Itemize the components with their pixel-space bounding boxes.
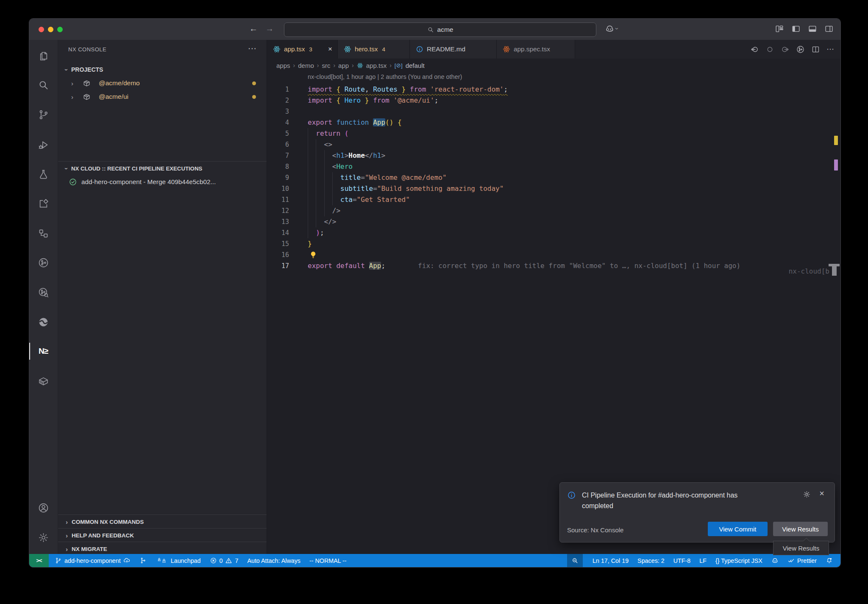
react-icon [357, 62, 363, 69]
chevron-right-icon: › [389, 62, 392, 69]
activity-manage-settings[interactable] [33, 527, 53, 548]
zoom-window-button[interactable] [57, 27, 63, 32]
customize-layout-icon[interactable] [775, 24, 784, 34]
code-line-5: 5 return ( [267, 128, 840, 139]
activity-run-and-debug[interactable] [33, 134, 53, 155]
activity-explorer[interactable] [33, 46, 53, 66]
toggle-panel-icon[interactable] [808, 24, 817, 34]
breadcrumb-item-demo[interactable]: demo [298, 62, 314, 69]
status-branch[interactable]: add-hero-component [55, 557, 131, 564]
activity-extensions[interactable] [33, 193, 53, 214]
activity-search[interactable] [33, 75, 53, 95]
nav-dot[interactable] [765, 45, 774, 54]
code-text: export default App; fix: correct typo in… [308, 260, 740, 271]
toggle-secondary-sidebar-icon[interactable] [824, 24, 834, 34]
lightbulb-icon[interactable] [309, 250, 318, 260]
status-auto-attach[interactable]: Auto Attach: Always [247, 557, 300, 564]
close-window-button[interactable] [39, 27, 44, 32]
split-editor[interactable] [811, 45, 820, 54]
toggle-primary-sidebar-icon[interactable] [791, 24, 801, 34]
status-label: 7 [235, 557, 238, 564]
close-icon[interactable]: × [327, 45, 333, 53]
tab-hero.tsx[interactable]: hero.tsx4 [338, 40, 410, 59]
files-icon [38, 50, 49, 62]
gear-icon [38, 532, 49, 543]
overview-ruler-gray-mark [832, 266, 837, 276]
status-zoom[interactable] [567, 554, 583, 567]
history-forward-button[interactable]: → [264, 24, 275, 34]
tab-README.md[interactable]: README.md [410, 40, 497, 59]
code-area[interactable]: nx-cloud[bot], 1 hour ago | 2 authors (Y… [267, 72, 840, 554]
nav-back[interactable] [750, 45, 759, 54]
status-notifications[interactable] [826, 557, 833, 564]
nav-forward[interactable] [781, 45, 790, 54]
breadcrumb-item-app.tsx[interactable]: app.tsx [366, 62, 387, 69]
command-center-search[interactable]: acme [284, 22, 596, 37]
status-eol[interactable]: LF [699, 557, 707, 564]
double-check-icon [787, 557, 795, 564]
code-line-2: 2import { Hero } from '@acme/ui'; [267, 95, 840, 106]
code-line-9: 9 title="Welcome @acme/demo" [267, 172, 840, 183]
section-nx-migrate[interactable]: › NX MIGRATE [58, 542, 267, 554]
project-item-acme-demo[interactable]: › @acme/demo [58, 76, 267, 90]
code-text: import { Hero } from '@acme/ui'; [308, 95, 438, 106]
activity-project-details[interactable] [33, 223, 53, 243]
chevron-right-icon: › [66, 545, 68, 553]
minimize-window-button[interactable] [48, 27, 53, 32]
notification-settings-icon[interactable] [803, 490, 811, 498]
notification-toast: CI Pipeline Execution for #add-hero-comp… [559, 482, 835, 542]
activity-source-control[interactable] [33, 104, 53, 125]
graph-search-icon [38, 287, 49, 298]
history-back-button[interactable]: ← [248, 24, 259, 34]
breadcrumb-item-src[interactable]: src [322, 62, 330, 69]
breadcrumb-item-default[interactable]: default [406, 62, 425, 69]
status-problems[interactable]: 07 [210, 557, 239, 564]
status-vim-mode[interactable]: -- NORMAL -- [309, 557, 347, 564]
section-projects[interactable]: › PROJECTS [58, 63, 267, 76]
section-nx-cloud[interactable]: › NX CLOUD :: RECENT CI PIPELINE EXECUTI… [58, 162, 267, 175]
project-item-acme-ui[interactable]: › @acme/ui [58, 90, 267, 103]
status-copilot[interactable] [771, 557, 779, 564]
more-actions[interactable]: ⋯ [826, 45, 835, 54]
section-help-and-feedback[interactable]: › HELP AND FEEDBACK [58, 528, 267, 542]
activity-console-swirl[interactable] [33, 312, 53, 332]
status-git-graph[interactable] [139, 557, 147, 564]
code-line-10: 10 subtitle="Build something amazing tod… [267, 183, 840, 194]
status-label: Launchpad [171, 557, 201, 564]
breadcrumb-item-apps[interactable]: apps [276, 62, 290, 69]
tab-app.tsx[interactable]: app.tsx3× [267, 40, 338, 59]
activity-nx-graph-focus[interactable] [33, 282, 53, 302]
breadcrumb-item-app[interactable]: app [338, 62, 349, 69]
status-encoding[interactable]: UTF-8 [673, 557, 691, 564]
line-number: 12 [267, 205, 289, 216]
remote-indicator[interactable]: >< [29, 554, 49, 567]
symbol-default-icon: [⊘] [395, 62, 403, 69]
tab-app.spec.tsx[interactable]: app.spec.tsx [497, 40, 575, 59]
nx-graph-action[interactable] [796, 45, 805, 54]
activity-nx-console[interactable]: N≥ [33, 341, 53, 361]
copilot-menu-button[interactable]: › [605, 24, 618, 34]
activity-nx-graph[interactable] [33, 252, 53, 273]
close-icon[interactable]: × [819, 489, 824, 498]
titlebar: ← → acme › [29, 19, 840, 40]
view-results-button[interactable]: View Results [773, 522, 828, 536]
chevron-right-icon: › [352, 62, 354, 69]
activity-accounts[interactable] [33, 498, 53, 518]
code-line-13: 13 </> [267, 216, 840, 227]
search-value: acme [437, 26, 453, 34]
pipeline-execution-item[interactable]: add-hero-component - Merge 409b44e5cb02.… [58, 175, 267, 189]
status-indentation[interactable]: Spaces: 2 [637, 557, 665, 564]
activity-testing[interactable] [33, 164, 53, 184]
status-language-mode[interactable]: {} TypeScript JSX [715, 557, 762, 564]
section-common-nx-commands[interactable]: › COMMON NX COMMANDS [58, 515, 267, 528]
status-launchpad[interactable]: Launchpad [156, 557, 201, 564]
more-actions-icon[interactable]: ⋯ [248, 43, 256, 53]
source-control-icon [38, 109, 49, 120]
status-cursor-position[interactable]: Ln 17, Col 19 [593, 557, 629, 564]
activity-containers[interactable] [33, 371, 53, 391]
view-commit-button[interactable]: View Commit [708, 522, 768, 536]
package-icon [83, 93, 91, 101]
code-text: <h1>Home</h1> [308, 150, 385, 161]
codelens-blame[interactable]: nx-cloud[bot], 1 hour ago | 2 authors (Y… [308, 73, 462, 80]
status-formatter[interactable]: Prettier [787, 557, 817, 564]
